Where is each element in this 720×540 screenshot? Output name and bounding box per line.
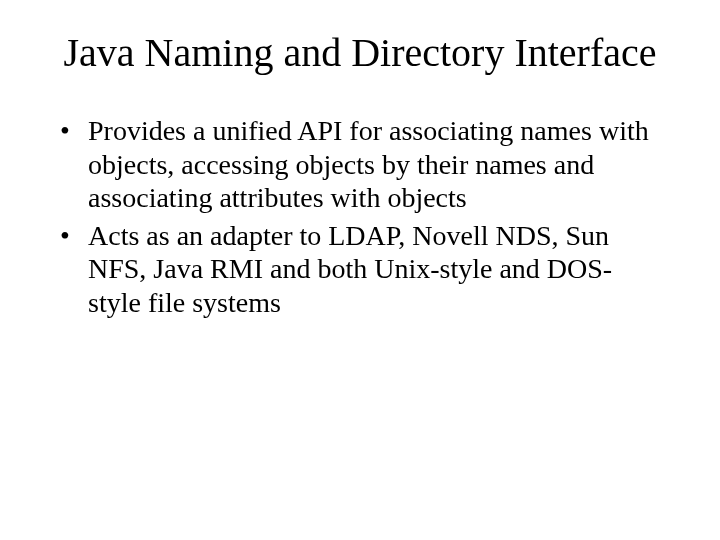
bullet-list: Provides a unified API for associating n…: [50, 114, 670, 320]
slide: Java Naming and Directory Interface Prov…: [0, 0, 720, 540]
list-item: Acts as an adapter to LDAP, Novell NDS, …: [60, 219, 660, 320]
slide-title: Java Naming and Directory Interface: [50, 30, 670, 76]
list-item: Provides a unified API for associating n…: [60, 114, 660, 215]
